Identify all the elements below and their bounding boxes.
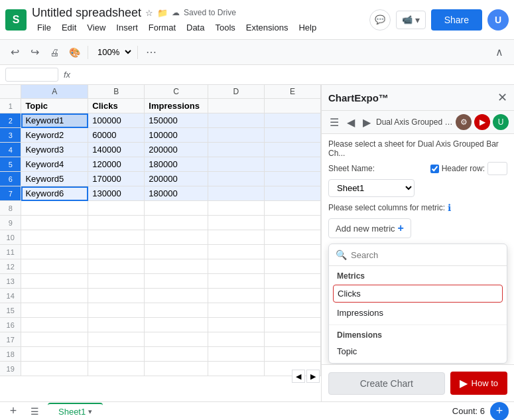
empty-cell[interactable] — [145, 347, 208, 362]
more-options-button[interactable]: ⋯ — [142, 43, 161, 62]
undo-button[interactable]: ↩ — [5, 43, 24, 62]
empty-cell[interactable] — [21, 259, 88, 274]
empty-cell[interactable] — [88, 347, 145, 362]
menu-help[interactable]: Help — [293, 21, 322, 34]
cell-b5[interactable]: 120000 — [88, 157, 145, 172]
how-to-button[interactable]: ▶ How to — [450, 372, 507, 395]
empty-cell[interactable] — [88, 332, 145, 347]
empty-cell[interactable] — [145, 201, 208, 216]
empty-cell[interactable] — [264, 245, 320, 259]
sheet-dropdown-icon[interactable]: ▾ — [88, 407, 92, 416]
cell-d7[interactable] — [208, 186, 264, 201]
cell-d1[interactable] — [208, 99, 264, 113]
scroll-left-button[interactable]: ◀ — [292, 370, 305, 383]
cell-b1[interactable]: Clicks — [88, 99, 145, 113]
empty-cell[interactable] — [208, 347, 264, 362]
empty-cell[interactable] — [88, 230, 145, 245]
explore-button[interactable]: + — [490, 402, 509, 421]
empty-cell[interactable] — [145, 289, 208, 303]
col-header-a[interactable]: A — [21, 85, 88, 99]
col-header-e[interactable]: E — [264, 85, 320, 99]
cell-a5[interactable]: Keyword4 — [21, 157, 88, 172]
empty-cell[interactable] — [208, 201, 264, 216]
sheet-tab[interactable]: Sheet1 ▾ — [48, 403, 103, 419]
zoom-select[interactable]: 100% — [92, 45, 133, 59]
menu-insert[interactable]: Insert — [111, 21, 143, 34]
collapse-button[interactable]: ∧ — [490, 43, 509, 62]
empty-cell[interactable] — [145, 216, 208, 230]
cell-c4[interactable]: 200000 — [145, 143, 208, 157]
empty-cell[interactable] — [208, 362, 264, 376]
empty-cell[interactable] — [88, 362, 145, 376]
cell-e5[interactable] — [264, 157, 320, 172]
empty-cell[interactable] — [208, 245, 264, 259]
cell-b4[interactable]: 140000 — [88, 143, 145, 157]
empty-cell[interactable] — [264, 259, 320, 274]
empty-cell[interactable] — [145, 362, 208, 376]
cell-c7[interactable]: 180000 — [145, 186, 208, 201]
empty-cell[interactable] — [88, 245, 145, 259]
cell-e3[interactable] — [264, 128, 320, 143]
empty-cell[interactable] — [21, 245, 88, 259]
empty-cell[interactable] — [88, 289, 145, 303]
empty-cell[interactable] — [21, 318, 88, 332]
empty-cell[interactable] — [88, 318, 145, 332]
create-chart-button[interactable]: Create Chart — [328, 372, 445, 395]
cell-c5[interactable]: 180000 — [145, 157, 208, 172]
cell-d4[interactable] — [208, 143, 264, 157]
empty-cell[interactable] — [21, 216, 88, 230]
panel-close-button[interactable]: ✕ — [497, 90, 507, 105]
youtube-icon[interactable]: ▶ — [474, 114, 490, 130]
cell-c2[interactable]: 150000 — [145, 113, 208, 128]
settings-icon[interactable]: ⚙ — [456, 114, 472, 130]
empty-cell[interactable] — [264, 274, 320, 289]
empty-cell[interactable] — [208, 230, 264, 245]
empty-cell[interactable] — [208, 318, 264, 332]
col-header-c[interactable]: C — [145, 85, 208, 99]
paint-format-button[interactable]: 🎨 — [65, 43, 84, 62]
col-header-d[interactable]: D — [208, 85, 264, 99]
empty-cell[interactable] — [264, 230, 320, 245]
header-row-input[interactable]: 1 — [487, 162, 507, 175]
empty-cell[interactable] — [21, 289, 88, 303]
add-sheet-button[interactable]: + — [5, 403, 21, 419]
empty-cell[interactable] — [208, 259, 264, 274]
user-avatar[interactable]: U — [487, 9, 509, 31]
cell-a7[interactable]: Keyword6 — [21, 186, 88, 201]
empty-cell[interactable] — [208, 274, 264, 289]
empty-cell[interactable] — [88, 201, 145, 216]
empty-cell[interactable] — [21, 201, 88, 216]
chat-icon[interactable]: 💬 — [369, 9, 391, 31]
empty-cell[interactable] — [208, 303, 264, 318]
empty-cell[interactable] — [88, 216, 145, 230]
add-metric-button[interactable]: Add new metric + — [328, 218, 411, 238]
col-header-b[interactable]: B — [88, 85, 145, 99]
empty-cell[interactable] — [145, 259, 208, 274]
cell-d2[interactable] — [208, 113, 264, 128]
search-input[interactable] — [351, 250, 500, 260]
cell-a6[interactable]: Keyword5 — [21, 172, 88, 186]
empty-cell[interactable] — [264, 289, 320, 303]
empty-cell[interactable] — [145, 245, 208, 259]
empty-cell[interactable] — [208, 289, 264, 303]
cell-e7[interactable] — [264, 186, 320, 201]
metric-item-clicks[interactable]: Clicks — [333, 285, 503, 303]
empty-cell[interactable] — [21, 332, 88, 347]
empty-cell[interactable] — [21, 362, 88, 376]
cell-b2[interactable]: 100000 — [88, 113, 145, 128]
cell-c6[interactable]: 200000 — [145, 172, 208, 186]
user-icon[interactable]: U — [493, 114, 509, 130]
empty-cell[interactable] — [264, 303, 320, 318]
sheets-list-button[interactable]: ☰ — [27, 403, 42, 419]
hamburger-button[interactable]: ☰ — [327, 115, 342, 130]
folder-icon[interactable]: 📁 — [157, 8, 168, 18]
cell-d5[interactable] — [208, 157, 264, 172]
empty-cell[interactable] — [208, 216, 264, 230]
menu-extensions[interactable]: Extensions — [241, 21, 294, 34]
share-button[interactable]: Share — [431, 9, 482, 31]
empty-cell[interactable] — [21, 303, 88, 318]
cell-d6[interactable] — [208, 172, 264, 186]
cell-e4[interactable] — [264, 143, 320, 157]
cell-c3[interactable]: 100000 — [145, 128, 208, 143]
menu-data[interactable]: Data — [181, 21, 210, 34]
